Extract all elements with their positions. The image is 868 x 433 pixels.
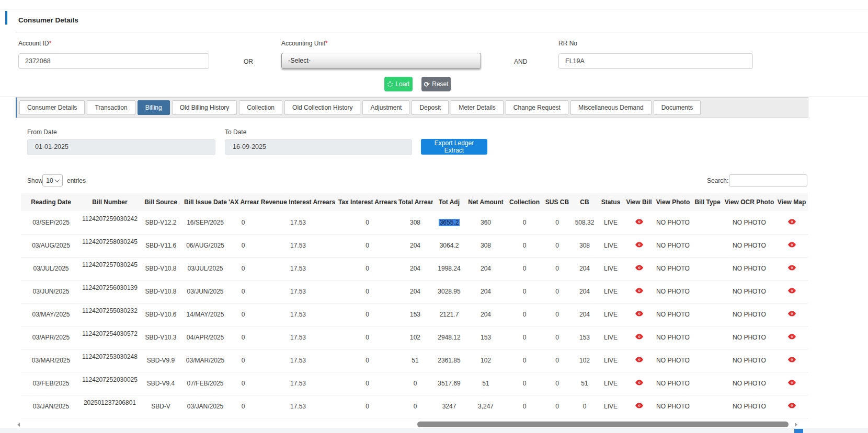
cell-status: LIVE <box>598 303 624 326</box>
column-header-total-arrears[interactable]: Total Arrears <box>397 193 433 211</box>
accounting-unit-label: Accounting Unit* <box>281 40 328 47</box>
cell-cb: 153 <box>572 326 598 349</box>
view-bill-eye-icon[interactable] <box>635 380 643 387</box>
cell-sus-cb: 0 <box>543 326 572 349</box>
view-bill-eye-icon[interactable] <box>635 219 643 226</box>
view-map-eye-icon[interactable] <box>788 403 796 410</box>
column-header-bill-issue-date[interactable]: Bill Issue Date <box>183 193 227 211</box>
cell-view-bill <box>624 257 654 280</box>
cell-bill-source: SBD-V10.8 <box>139 257 183 280</box>
view-map-eye-icon[interactable] <box>788 311 796 318</box>
table-row: 03/JUN/20251124207256030139SBD-V10.803/J… <box>21 280 808 303</box>
column-header-status[interactable]: Status <box>598 193 624 211</box>
cell-view-bill <box>624 303 654 326</box>
export-ledger-extract-button[interactable]: Export Ledger Extract <box>421 139 487 155</box>
view-map-eye-icon[interactable] <box>788 357 796 364</box>
cell-view-map <box>775 280 808 303</box>
bill-number-value: 1124207255030232 <box>82 307 138 314</box>
tab-consumer-details[interactable]: Consumer Details <box>19 100 85 115</box>
table-row: 03/JAN/2025202501237206801SBD-V03/JAN/20… <box>21 395 808 418</box>
view-map-eye-icon[interactable] <box>788 334 796 341</box>
horizontal-scrollbar[interactable] <box>17 421 797 428</box>
column-header-net-amount[interactable]: Net Amount <box>465 193 506 211</box>
cell-view-map <box>775 395 808 418</box>
tab-billing[interactable]: Billing <box>138 100 170 115</box>
cell-view-photo: NO PHOTO <box>654 211 692 234</box>
tab-collection[interactable]: Collection <box>239 100 282 115</box>
tab-adjustment[interactable]: Adjustment <box>362 100 409 115</box>
cell-view-ocr-photo: NO PHOTO <box>723 234 775 257</box>
scroll-left-icon[interactable] <box>17 423 20 427</box>
page-size-select[interactable]: 10 <box>42 174 63 186</box>
cell-view-map <box>775 303 808 326</box>
tab-old-billing-history[interactable]: Old Billing History <box>172 100 237 115</box>
tab-documents[interactable]: Documents <box>654 100 701 115</box>
cell-view-photo: NO PHOTO <box>654 234 692 257</box>
cell-bill-issue-date: 03/JUN/2025 <box>183 280 227 303</box>
view-bill-eye-icon[interactable] <box>635 288 643 295</box>
view-map-eye-icon[interactable] <box>788 288 796 295</box>
view-map-eye-icon[interactable] <box>788 219 796 226</box>
rr-no-field[interactable] <box>558 53 753 69</box>
account-id-field[interactable] <box>18 53 209 69</box>
scroll-right-icon[interactable] <box>795 423 797 427</box>
view-map-eye-icon[interactable] <box>788 242 796 249</box>
tab-miscellaneous-demand[interactable]: Miscellaneous Demand <box>570 100 652 115</box>
cell-view-photo: NO PHOTO <box>654 326 692 349</box>
column-header-view-photo[interactable]: View Photo <box>654 193 692 211</box>
cell-reading-date: 03/APR/2025 <box>21 326 81 349</box>
cell-view-map <box>775 326 808 349</box>
column-header-view-ocr-photo[interactable]: View OCR Photo <box>723 193 775 211</box>
tab-old-collection-history[interactable]: Old Collection History <box>284 100 360 115</box>
cell-bill-number: 1124207255030232 <box>81 303 139 326</box>
cell-bill-source: SBD-V12.2 <box>139 211 183 234</box>
column-header-bill-source[interactable]: Bill Source <box>139 193 183 211</box>
view-bill-eye-icon[interactable] <box>635 242 643 249</box>
view-map-eye-icon[interactable] <box>788 265 796 272</box>
view-bill-eye-icon[interactable] <box>635 265 643 272</box>
cell-bill-issue-date: 03/JAN/2025 <box>183 395 227 418</box>
accounting-unit-selected-value: -Select- <box>288 57 311 64</box>
pagination-active-page-partial[interactable] <box>794 429 803 433</box>
cell-view-ocr-photo: NO PHOTO <box>723 303 775 326</box>
load-button[interactable]: Load <box>384 77 413 91</box>
cell-net-amount: 153 <box>465 326 506 349</box>
tab-deposit[interactable]: Deposit <box>412 100 449 115</box>
cell-reading-date: 03/AUG/2025 <box>21 234 81 257</box>
cell-net-amount: 308 <box>465 234 506 257</box>
search-input[interactable] <box>729 174 807 186</box>
view-bill-eye-icon[interactable] <box>635 357 643 364</box>
cell-cb: 102 <box>572 349 598 372</box>
column-header-cb[interactable]: CB <box>572 193 598 211</box>
column-header-bill-number[interactable]: Bill Number <box>81 193 139 211</box>
cell-tax-interest-arrears: 0 <box>337 234 397 257</box>
view-bill-eye-icon[interactable] <box>635 334 643 341</box>
refresh-icon: ⟳ <box>424 81 429 88</box>
view-map-eye-icon[interactable] <box>788 380 796 387</box>
reset-button[interactable]: ⟳ Reset <box>421 77 451 91</box>
cell-sus-cb: 0 <box>543 280 572 303</box>
view-bill-eye-icon[interactable] <box>635 311 643 318</box>
column-header-tax-interest-arrears[interactable]: Tax Interest Arrears <box>337 193 397 211</box>
to-date-field[interactable]: 16-09-2025 <box>225 139 412 155</box>
column-header-view-map[interactable]: View Map <box>775 193 808 211</box>
cell-sus-cb: 0 <box>543 211 572 234</box>
tab-transaction[interactable]: Transaction <box>87 100 135 115</box>
column-header-view-bill[interactable]: View Bill <box>624 193 654 211</box>
column-header-ax-arrears[interactable]: 'AX Arrears <box>227 193 259 211</box>
column-header-sus-cb[interactable]: SUS CB <box>543 193 572 211</box>
from-date-field[interactable]: 01-01-2025 <box>27 139 215 155</box>
cell-view-photo: NO PHOTO <box>654 395 692 418</box>
accounting-unit-select[interactable]: -Select- <box>281 53 481 69</box>
column-header-collection[interactable]: Collection <box>506 193 543 211</box>
column-header-tot-adj[interactable]: Tot Adj <box>433 193 465 211</box>
cell-total-arrears: 0 <box>397 372 433 395</box>
tab-change-request[interactable]: Change Request <box>506 100 568 115</box>
scrollbar-thumb[interactable] <box>417 422 789 427</box>
column-header-bill-type[interactable]: Bill Type <box>692 193 723 211</box>
column-header-revenue-interest-arrears[interactable]: Revenue Interest Arrears <box>259 193 337 211</box>
column-header-reading-date[interactable]: Reading Date <box>21 193 81 211</box>
cell-ax-arrears: 0 <box>227 280 259 303</box>
view-bill-eye-icon[interactable] <box>635 403 643 410</box>
tab-meter-details[interactable]: Meter Details <box>451 100 504 115</box>
